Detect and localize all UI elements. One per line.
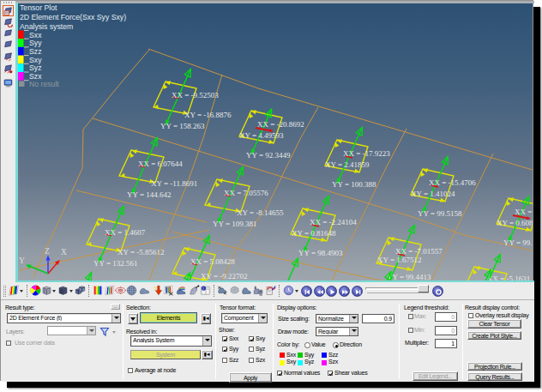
svg-text:YY = 92.3449: YY = 92.3449 [246,151,291,160]
svg-text:YY = 98.4903: YY = 98.4903 [298,249,343,257]
svg-text:XX = -9.52503: XX = -9.52503 [172,91,219,100]
svg-text:Sxy: Sxy [29,56,42,64]
svg-text:XX = -10.6085: XX = -10.6085 [515,208,533,216]
svg-text:YY = 158.263: YY = 158.263 [160,122,205,130]
svg-text:2D Element Force(Sxx Syy Sxy): 2D Element Force(Sxx Syy Sxy) [20,13,126,21]
svg-text:Syy: Syy [29,39,42,47]
svg-text:XY = 0.81648: XY = 0.81648 [292,229,336,238]
svg-text:Tensor Plot: Tensor Plot [20,3,57,12]
svg-text:XX = 1.4607: XX = 1.4607 [105,228,146,237]
svg-text:No result: No result [29,80,59,88]
svg-text:XX = 5.08428: XX = 5.08428 [190,257,235,266]
svg-text:Syz: Syz [29,63,41,72]
svg-text:i: i [202,286,203,291]
svg-text:X: X [61,248,67,256]
svg-text:Szz: Szz [29,47,41,56]
svg-text:YY = 99.5158: YY = 99.5158 [418,209,462,218]
svg-text:XY = 2.41859: XY = 2.41859 [325,160,370,169]
svg-text:XX = -15.4706: XX = -15.4706 [429,178,476,187]
svg-text:YY = 109.381: YY = 109.381 [213,220,257,228]
svg-text:XY = 1.67512: XY = 1.67512 [377,256,422,264]
svg-text:XX = -5.1631: XX = -5.1631 [487,274,530,280]
svg-text:YY = 144.642: YY = 144.642 [127,190,172,199]
svg-text:XY = 1.41024: XY = 1.41024 [411,190,455,198]
svg-text:YY = 99.5158: YY = 99.5158 [503,238,533,247]
svg-text:YY = 132.561: YY = 132.561 [93,259,138,268]
svg-text:XX = 7.05576: XX = 7.05576 [224,189,268,197]
svg-text:YY = 99.4413: YY = 99.4413 [387,273,431,280]
svg-text:Z: Z [45,247,50,256]
svg-text:Analysis system: Analysis system [20,22,73,31]
svg-text:YY = 100.388: YY = 100.388 [332,180,376,189]
svg-text:XY = -8.14655: XY = -8.14655 [237,208,284,217]
svg-text:XY = -5.85612: XY = -5.85612 [117,248,165,256]
svg-text:XX = -20.8692: XX = -20.8692 [257,120,304,129]
svg-text:XX = 6.07644: XX = 6.07644 [138,160,183,168]
svg-text:XY = 4.49593: XY = 4.49593 [239,131,284,140]
svg-text:XX = -7.01557: XX = -7.01557 [395,247,443,256]
svg-text:XX = -17.9223: XX = -17.9223 [343,149,390,158]
svg-text:XY = -16.8876: XY = -16.8876 [184,111,232,119]
svg-text:XY = -11.8691: XY = -11.8691 [151,179,197,188]
svg-text:XY = 0.60883: XY = 0.60883 [497,219,533,227]
svg-text:XY = -9.22702: XY = -9.22702 [201,272,248,280]
svg-text:Sxx: Sxx [29,31,42,39]
svg-text:Y: Y [19,256,25,265]
svg-text:XX = -2.24104: XX = -2.24104 [310,218,357,226]
